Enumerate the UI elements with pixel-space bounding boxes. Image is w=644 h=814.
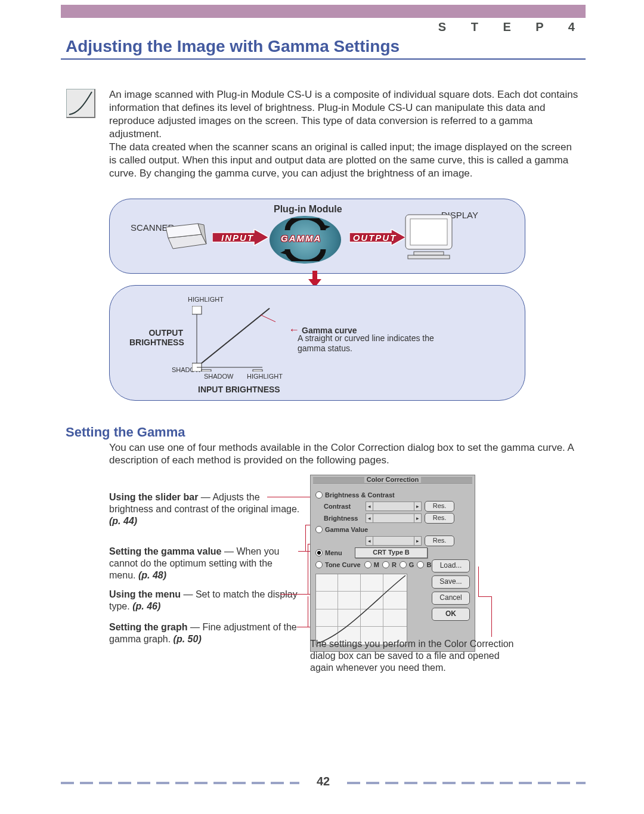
radio-icon (315, 561, 323, 568)
slider-right-icon[interactable]: ▸ (414, 514, 421, 522)
input-arrow: INPUT (212, 229, 263, 246)
color-correction-dialog: Color Correction Brightness & Contrast C… (310, 475, 475, 652)
title-rule (61, 58, 586, 60)
contrast-label: Contrast (324, 503, 366, 510)
svg-rect-18 (253, 370, 262, 372)
contrast-slider[interactable]: ◂▸ (366, 502, 422, 511)
highlight-x-label: HIGHLIGHT (247, 373, 283, 380)
gamma-label: GAMMA (281, 233, 321, 243)
gamma-value-slider[interactable]: ◂▸ (366, 536, 422, 546)
method-title: Setting the gamma value (109, 546, 222, 556)
svg-rect-13 (192, 306, 202, 314)
method-menu: Using the menu — Set to match the displa… (109, 589, 300, 612)
radio-label: Brightness & Contrast (325, 491, 395, 499)
radio-icon (400, 561, 407, 568)
method-title: Using the slider bar (109, 492, 198, 502)
radio-label: Tone Curve (325, 561, 361, 568)
save-button[interactable]: Save... (432, 575, 470, 589)
method-page: (p. 46) (132, 601, 160, 611)
section-setting-gamma-heading: Setting the Gamma (66, 425, 185, 440)
tone-curve-graph[interactable] (315, 574, 407, 645)
method-title: Using the menu (109, 589, 181, 599)
connector-line (267, 497, 315, 497)
channel-m[interactable]: M (364, 561, 379, 568)
step-label: S T E P 4 (438, 20, 586, 34)
shadow-x-label: SHADOW (204, 373, 234, 380)
slider-left-icon[interactable]: ◂ (366, 502, 373, 510)
channel-label: G (409, 561, 414, 568)
top-accent-bar (61, 5, 586, 18)
method-page: (p. 44) (109, 516, 137, 526)
method-gamma-value: Setting the gamma value — When you canno… (109, 546, 300, 581)
output-arrow-label: OUTPUT (353, 233, 397, 243)
dialog-save-note: The settings you perform in the Color Co… (310, 638, 525, 674)
brightness-label: Brightness (324, 515, 366, 522)
channel-radios: M R G B (364, 561, 434, 568)
svg-rect-11 (312, 271, 317, 279)
input-brightness-label: INPUT BRIGHTNESS (198, 385, 280, 394)
gamma-graph-icon (192, 306, 275, 372)
method-graph: Setting the graph — Fine adjustment of t… (109, 621, 300, 645)
svg-line-19 (202, 308, 270, 363)
output-brightness-label: OUTPUT BRIGHTNESS (129, 328, 183, 347)
radio-gamma-value[interactable]: Gamma Value (315, 525, 470, 534)
dialog-titlebar: Color Correction (311, 475, 475, 485)
display-icon (404, 213, 459, 260)
diagram-gamma-graph: HIGHLIGHT OUTPUT BRIGHTNESS SHADOW SHADO… (109, 285, 525, 401)
method-title: Setting the graph (109, 622, 188, 632)
radio-icon (315, 549, 323, 556)
channel-label: M (374, 561, 379, 568)
brightness-reset-button[interactable]: Res. (425, 513, 454, 524)
connector-line (478, 567, 479, 596)
radio-brightness-contrast[interactable]: Brightness & Contrast (315, 490, 470, 500)
method-page: (p. 48) (138, 570, 166, 580)
slider-left-icon[interactable]: ◂ (366, 514, 373, 522)
radio-label: Menu (325, 549, 355, 556)
page-title: Adjusting the Image with Gamma Settings (66, 37, 400, 56)
input-arrow-label: INPUT (221, 233, 254, 243)
highlight-y-label: HIGHLIGHT (188, 296, 224, 303)
diagram-data-flow: Plug-in Module SCANNER DISPLAY GAMMA INP… (109, 199, 525, 274)
radio-icon (417, 561, 424, 568)
plugin-module-label: Plug-in Module (274, 204, 342, 215)
svg-rect-8 (410, 219, 447, 245)
dialog-title: Color Correction (364, 476, 421, 483)
gamma-curve-desc: A straight or curved line indicates the … (298, 333, 441, 354)
section-setting-gamma-desc: You can use one of four methods availabl… (109, 441, 580, 466)
channel-g[interactable]: G (400, 561, 414, 568)
connector-line (478, 596, 491, 597)
footer-dashes-right-icon (347, 782, 586, 784)
load-button[interactable]: Load... (432, 559, 470, 572)
channel-label: R (392, 561, 397, 568)
connector-line (305, 525, 306, 551)
method-page: (p. 50) (174, 634, 202, 644)
gamma-curve-thumbnail-icon (66, 89, 95, 118)
radio-icon (364, 561, 371, 568)
slider-right-icon[interactable]: ▸ (414, 502, 421, 510)
svg-rect-17 (202, 370, 211, 372)
channel-b[interactable]: B (417, 561, 431, 568)
radio-label: Gamma Value (325, 526, 368, 533)
radio-icon (315, 491, 323, 499)
svg-rect-9 (414, 252, 444, 255)
output-arrow: OUTPUT (349, 229, 400, 246)
svg-rect-10 (408, 255, 450, 259)
gamma-reset-button[interactable]: Res. (425, 536, 454, 546)
radio-icon (382, 561, 389, 568)
connector-line (308, 544, 308, 594)
slider-right-icon[interactable]: ▸ (414, 537, 421, 545)
ok-button[interactable]: OK (432, 608, 470, 621)
scanner-icon (163, 220, 211, 256)
connector-line (308, 596, 308, 627)
menu-select[interactable]: CRT Type B (355, 547, 428, 558)
slider-left-icon[interactable]: ◂ (366, 537, 373, 545)
channel-label: B (426, 561, 431, 568)
intro-paragraph: An image scanned with Plug-in Module CS-… (109, 88, 580, 180)
connector-line (491, 596, 492, 637)
contrast-reset-button[interactable]: Res. (425, 501, 454, 512)
brightness-slider[interactable]: ◂▸ (366, 513, 422, 523)
page-footer: 42 (61, 776, 586, 790)
channel-r[interactable]: R (382, 561, 397, 568)
cancel-button[interactable]: Cancel (432, 592, 470, 605)
radio-icon (315, 526, 323, 533)
